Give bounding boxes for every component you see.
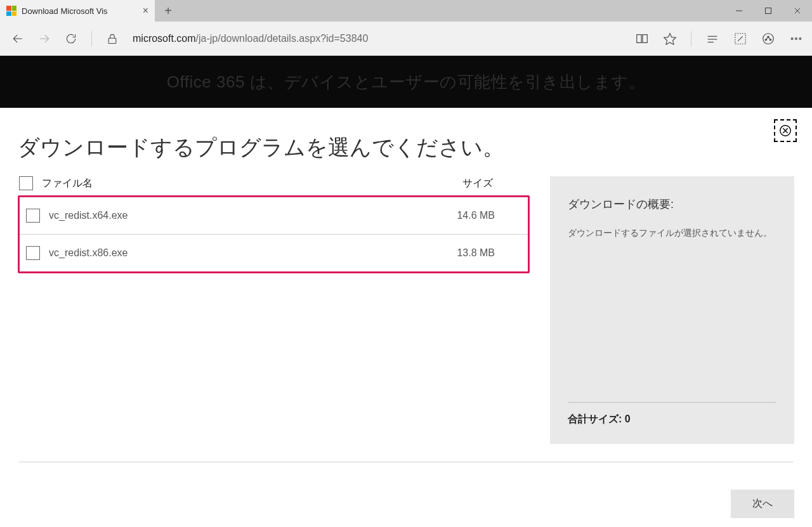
window-minimize-button[interactable] bbox=[724, 0, 754, 22]
summary-none-selected: ダウンロードするファイルが選択されていません。 bbox=[568, 226, 776, 241]
favorites-star-icon[interactable] bbox=[663, 32, 677, 46]
lock-icon bbox=[106, 32, 119, 45]
window-titlebar: Download Microsoft Vis × + bbox=[0, 0, 812, 22]
file-size: 13.8 MB bbox=[457, 247, 495, 259]
promo-banner: Office 365 は、デバイスとユーザーの可能性を引き出します。 bbox=[0, 56, 812, 108]
forward-button[interactable] bbox=[38, 32, 51, 45]
file-name: vc_redist.x64.exe bbox=[49, 210, 128, 221]
file-checkbox[interactable] bbox=[26, 209, 40, 223]
browser-toolbar: microsoft.com/ja-jp/download/details.asp… bbox=[0, 22, 812, 56]
browser-tab[interactable]: Download Microsoft Vis × bbox=[0, 0, 155, 22]
svg-rect-1 bbox=[766, 8, 771, 14]
window-maximize-button[interactable] bbox=[754, 0, 783, 22]
web-note-icon[interactable] bbox=[733, 32, 747, 46]
toolbar-separator bbox=[91, 31, 92, 46]
back-button[interactable] bbox=[11, 32, 24, 45]
table-header: ファイル名 サイズ bbox=[18, 176, 530, 195]
content-divider bbox=[19, 462, 793, 462]
new-tab-button[interactable]: + bbox=[155, 0, 181, 22]
table-row[interactable]: vc_redist.x86.exe 13.8 MB bbox=[20, 235, 528, 271]
window-close-button[interactable] bbox=[783, 0, 812, 22]
summary-title: ダウンロードの概要: bbox=[568, 197, 776, 212]
promo-banner-text: Office 365 は、デバイスとユーザーの可能性を引き出します。 bbox=[167, 71, 645, 93]
next-button[interactable]: 次へ bbox=[731, 490, 794, 518]
svg-marker-7 bbox=[664, 33, 676, 44]
toolbar-separator bbox=[691, 31, 691, 46]
page-title: ダウンロードするプログラムを選んでください。 bbox=[18, 108, 794, 162]
download-summary-panel: ダウンロードの概要: ダウンロードするファイルが選択されていません。 合計サイズ… bbox=[550, 176, 794, 444]
share-icon[interactable] bbox=[761, 32, 775, 46]
tab-title: Download Microsoft Vis bbox=[22, 6, 138, 16]
reading-view-icon[interactable] bbox=[635, 32, 649, 46]
select-all-checkbox[interactable] bbox=[19, 176, 33, 190]
page-content: ダウンロードするプログラムを選んでください。 ファイル名 サイズ vc_redi… bbox=[0, 108, 812, 527]
table-row[interactable]: vc_redist.x64.exe 14.6 MB bbox=[20, 197, 528, 235]
more-icon[interactable] bbox=[789, 32, 803, 46]
url-host: microsoft.com bbox=[133, 33, 196, 44]
svg-rect-6 bbox=[108, 38, 116, 43]
url-path: /ja-jp/download/details.aspx?id=53840 bbox=[196, 33, 369, 44]
svg-point-18 bbox=[791, 37, 793, 39]
svg-point-19 bbox=[796, 37, 797, 39]
close-dialog-button[interactable] bbox=[774, 119, 797, 142]
file-list-panel: ファイル名 サイズ vc_redist.x64.exe 14.6 MB vc_r… bbox=[18, 176, 530, 444]
svg-point-20 bbox=[799, 37, 801, 39]
svg-line-17 bbox=[768, 37, 771, 40]
file-name: vc_redist.x86.exe bbox=[49, 247, 128, 259]
file-size: 14.6 MB bbox=[457, 210, 495, 221]
svg-line-16 bbox=[766, 37, 768, 40]
column-size: サイズ bbox=[462, 177, 493, 190]
refresh-button[interactable] bbox=[65, 32, 77, 45]
address-bar[interactable]: microsoft.com/ja-jp/download/details.asp… bbox=[133, 33, 621, 44]
file-checkbox[interactable] bbox=[26, 246, 40, 260]
column-filename: ファイル名 bbox=[42, 177, 93, 190]
summary-total-size: 合計サイズ: 0 bbox=[568, 402, 776, 426]
file-list-highlight: vc_redist.x64.exe 14.6 MB vc_redist.x86.… bbox=[18, 195, 530, 273]
microsoft-logo-icon bbox=[6, 6, 16, 16]
tab-close-icon[interactable]: × bbox=[143, 5, 148, 16]
svg-point-12 bbox=[763, 33, 774, 44]
notes-icon[interactable] bbox=[705, 32, 719, 46]
